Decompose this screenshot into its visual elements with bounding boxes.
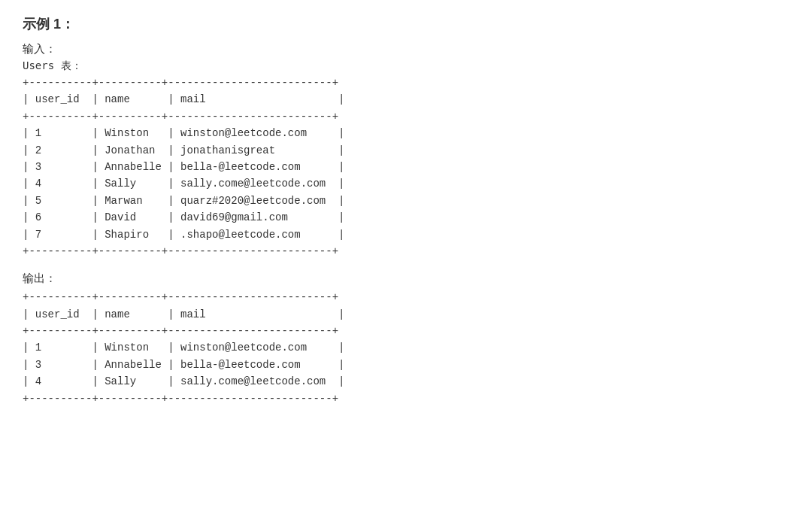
section-title: 示例 1： <box>23 15 789 33</box>
input-table: +----------+----------+-----------------… <box>23 74 789 260</box>
users-table-label: Users 表： <box>23 59 789 73</box>
output-label: 输出： <box>23 272 789 286</box>
output-table: +----------+----------+-----------------… <box>23 289 789 407</box>
input-label: 输入： <box>23 42 789 56</box>
